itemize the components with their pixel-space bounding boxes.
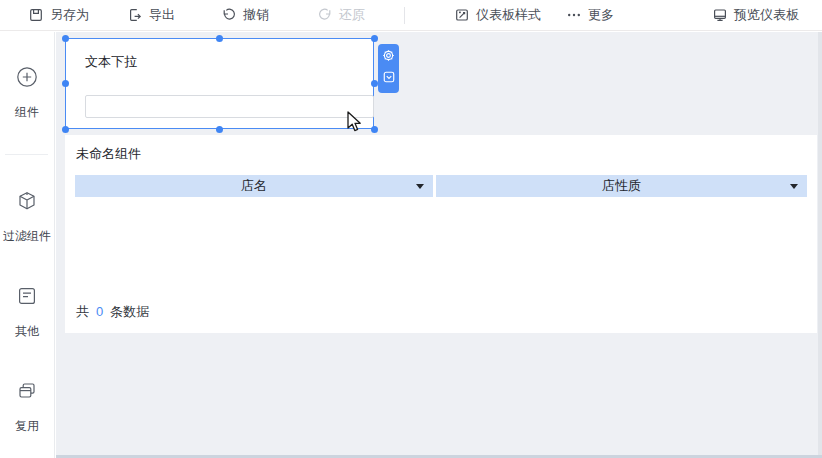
toolbar: 另存为 导出 撤销 [0, 0, 822, 31]
widget-action-panel [378, 44, 399, 93]
vertical-scrollbar[interactable] [818, 32, 822, 458]
sidebar-item-components[interactable]: 组件 [0, 66, 54, 121]
dashboard-editor: 另存为 导出 撤销 [0, 0, 822, 458]
sidebar-item-components-label: 组件 [0, 104, 54, 121]
table-header-store-type-label: 店性质 [602, 177, 641, 195]
widget-dropdown-style-button[interactable] [381, 72, 396, 87]
more-button[interactable]: 更多 [566, 0, 614, 30]
filter-caret-icon[interactable] [416, 184, 424, 189]
chevron-square-icon [382, 70, 396, 88]
toolbar-separator [404, 7, 405, 24]
redo-button[interactable]: 还原 [317, 0, 365, 30]
table-header-row: 店名 店性质 [75, 175, 807, 197]
export-label: 导出 [149, 6, 175, 24]
preview-dashboard-icon [712, 7, 728, 23]
more-icon [566, 7, 582, 23]
selection-handle-ne[interactable] [371, 35, 378, 42]
row-count-value: 0 [96, 304, 103, 319]
sidebar-divider [5, 154, 48, 155]
selection-handle-n[interactable] [216, 35, 223, 42]
filter-caret-icon[interactable] [790, 184, 798, 189]
export-icon [127, 7, 143, 23]
sidebar-item-filter-components[interactable]: 过滤组件 [0, 190, 54, 245]
table-header-store-name[interactable]: 店名 [75, 175, 433, 197]
undo-button[interactable]: 撤销 [221, 0, 269, 30]
form-icon [0, 285, 54, 307]
selection-handle-e[interactable] [371, 80, 378, 87]
cube-icon [0, 190, 54, 212]
redo-label: 还原 [339, 6, 365, 24]
table-row-count: 共0条数据 [76, 303, 149, 321]
save-as-button[interactable]: 另存为 [28, 0, 89, 30]
selection-handle-se[interactable] [371, 126, 378, 133]
dashboard-style-label: 仪表板样式 [476, 6, 541, 24]
dashboard-canvas[interactable]: 文本下拉 [56, 32, 822, 458]
sidebar-item-reuse-label: 复用 [0, 418, 54, 435]
table-header-store-type[interactable]: 店性质 [436, 175, 807, 197]
stacked-windows-icon [0, 380, 54, 402]
row-count-prefix: 共 [76, 304, 89, 319]
preview-dashboard-button[interactable]: 预览仪表板 [712, 0, 799, 30]
dashboard-style-button[interactable]: 仪表板样式 [454, 0, 541, 30]
export-button[interactable]: 导出 [127, 0, 175, 30]
sidebar-item-filter-components-label: 过滤组件 [0, 228, 54, 245]
more-label: 更多 [588, 6, 614, 24]
table-widget[interactable]: 未命名组件 店名 店性质 共0条数据 [65, 135, 817, 333]
sidebar-item-other-label: 其他 [0, 323, 54, 340]
preview-dashboard-label: 预览仪表板 [734, 6, 799, 24]
dashboard-style-icon [454, 7, 470, 23]
save-as-icon [28, 7, 44, 23]
redo-icon [317, 7, 333, 23]
gear-icon [381, 48, 396, 67]
text-dropdown-widget-title: 文本下拉 [85, 53, 137, 71]
selection-handle-w[interactable] [62, 80, 69, 87]
undo-label: 撤销 [243, 6, 269, 24]
sidebar-item-other[interactable]: 其他 [0, 285, 54, 340]
undo-icon [221, 7, 237, 23]
plus-circle-icon [0, 66, 54, 88]
row-count-suffix: 条数据 [110, 304, 149, 319]
sidebar-item-reuse[interactable]: 复用 [0, 380, 54, 435]
table-widget-title: 未命名组件 [76, 145, 141, 163]
save-as-label: 另存为 [50, 6, 89, 24]
text-dropdown-input[interactable] [85, 95, 374, 118]
sidebar: 组件 过滤组件 其他 [0, 32, 55, 458]
text-dropdown-widget[interactable]: 文本下拉 [65, 38, 374, 129]
selection-handle-sw[interactable] [62, 126, 69, 133]
widget-settings-button[interactable] [381, 50, 396, 65]
selection-handle-s[interactable] [216, 126, 223, 133]
selection-handle-nw[interactable] [62, 35, 69, 42]
table-header-store-name-label: 店名 [241, 177, 267, 195]
